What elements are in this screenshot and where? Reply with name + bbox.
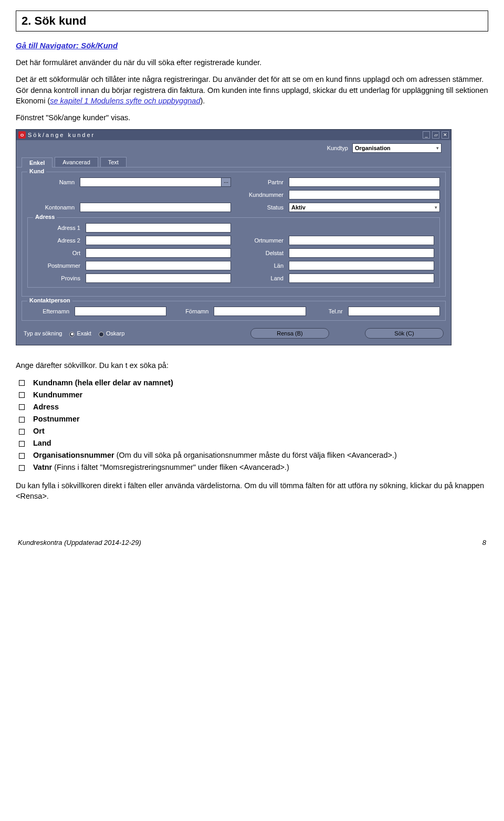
label-ort: Ort <box>33 250 80 256</box>
radio-exakt[interactable]: Exakt <box>69 330 91 336</box>
list-item: Organisationsnummer (Om du vill söka på … <box>35 450 488 461</box>
footer-left: Kundreskontra (Uppdaterad 2014-12-29) <box>18 539 141 546</box>
lov-button-namn[interactable]: ··· <box>222 177 231 187</box>
input-ortnummer[interactable] <box>289 236 434 245</box>
input-fornamn[interactable] <box>214 307 306 316</box>
list-item: Vatnr (Finns i fältet "Momsregistrerings… <box>35 462 488 473</box>
window-titlebar: O Sök/ange kunder _ ▱ ✕ <box>16 130 451 140</box>
tab-text[interactable]: Text <box>100 157 127 167</box>
rensa-button[interactable]: Rensa (B) <box>250 328 329 339</box>
kundtyp-label: Kundtyp <box>327 145 348 151</box>
input-delstat[interactable] <box>289 248 434 258</box>
label-adress2: Adress 2 <box>33 237 80 244</box>
chevron-down-icon: ▾ <box>435 205 437 210</box>
list-item: Adress <box>35 402 488 413</box>
sok-button[interactable]: Sök (C) <box>365 328 444 339</box>
input-adress2[interactable] <box>86 236 231 245</box>
input-ort[interactable] <box>86 248 231 258</box>
search-customer-window: O Sök/ange kunder _ ▱ ✕ Kundtyp Organisa… <box>16 129 452 345</box>
group-kund: Kund Namn ··· Partnr Kundnummer Kontonam… <box>22 172 446 297</box>
label-namn: Namn <box>27 179 75 185</box>
input-kundnummer[interactable] <box>289 190 440 199</box>
label-telnr: Tel.nr <box>311 308 343 314</box>
navigator-link[interactable]: Gå till Navigator: Sök/Kund <box>16 41 118 50</box>
input-kontonamn[interactable] <box>80 203 231 212</box>
label-provins: Provins <box>33 275 80 281</box>
label-lan: Län <box>236 262 284 269</box>
label-adress1: Adress 1 <box>33 225 80 231</box>
input-namn[interactable] <box>80 177 222 187</box>
after-window-paragraph: Ange därefter sökvillkor. Du kan t ex sö… <box>16 360 488 371</box>
tab-enkel[interactable]: Enkel <box>22 157 52 167</box>
close-icon[interactable]: ✕ <box>442 131 449 139</box>
list-item: Land <box>35 438 488 449</box>
label-land: Land <box>236 275 284 281</box>
input-postnummer[interactable] <box>86 261 231 270</box>
label-kontonamn: Kontonamn <box>27 204 75 210</box>
closing-paragraph: Du kan fylla i sökvillkoren direkt i fäl… <box>16 480 488 502</box>
input-provins[interactable] <box>86 273 231 283</box>
minimize-icon[interactable]: _ <box>423 131 430 139</box>
maximize-icon[interactable]: ▱ <box>432 131 439 139</box>
search-bottom-row: Typ av sökning Exakt Oskarp Rensa (B) Sö… <box>22 325 446 340</box>
label-efternamn: Efternamn <box>27 308 69 314</box>
intro-paragraph-2: Det är ett sökformulär och tillåter inte… <box>16 74 488 106</box>
page-footer: Kundreskontra (Uppdaterad 2014-12-29) 8 <box>16 539 488 546</box>
group-adress: Adress Adress 1 Adress 2 Ortnummer Ort D… <box>27 217 440 288</box>
input-telnr[interactable] <box>348 307 440 316</box>
tab-body: Kund Namn ··· Partnr Kundnummer Kontonam… <box>16 167 451 345</box>
input-partnr[interactable] <box>289 177 440 187</box>
list-item: Ort <box>35 426 488 437</box>
input-lan[interactable] <box>289 261 434 270</box>
chapter-link[interactable]: se kapitel 1 Modulens syfte och uppbyggn… <box>50 97 200 105</box>
radio-oskarp[interactable]: Oskarp <box>99 330 124 336</box>
oracle-icon: O <box>18 131 26 139</box>
intro-paragraph-3: Fönstret "Sök/ange kunder" visas. <box>16 112 488 123</box>
label-delstat: Delstat <box>236 250 284 256</box>
footer-page-number: 8 <box>482 539 486 546</box>
window-title: Sök/ange kunder <box>28 132 423 138</box>
label-partnr: Partnr <box>236 179 284 185</box>
input-adress1[interactable] <box>86 223 231 233</box>
kundtyp-select[interactable]: Organisation ▾ <box>352 143 442 153</box>
input-land[interactable] <box>289 273 434 283</box>
label-kundnummer: Kundnummer <box>236 192 284 198</box>
select-status[interactable]: Aktiv ▾ <box>289 203 440 212</box>
list-item: Kundnamn (hela eller delar av namnet) <box>35 377 488 388</box>
section-heading-box: 2. Sök kund <box>16 10 488 31</box>
intro-paragraph-1: Det här formuläret använder du när du vi… <box>16 57 488 68</box>
label-typ-av-sokning: Typ av sökning <box>24 330 62 336</box>
list-item: Postnummer <box>35 414 488 425</box>
group-kontaktperson: Kontaktperson Efternamn Förnamn Tel.nr <box>22 301 446 321</box>
label-postnummer: Postnummer <box>33 262 80 269</box>
chevron-down-icon: ▾ <box>436 145 439 151</box>
tab-avancerad[interactable]: Avancerad <box>55 157 98 167</box>
search-criteria-list: Kundnamn (hela eller delar av namnet) Ku… <box>16 377 488 473</box>
label-fornamn: Förnamn <box>172 308 208 314</box>
list-item: Kundnummer <box>35 390 488 401</box>
label-status: Status <box>236 204 284 210</box>
input-efternamn[interactable] <box>75 307 166 316</box>
label-ortnummer: Ortnummer <box>236 237 284 244</box>
tab-strip: Enkel Avancerad Text <box>16 157 451 167</box>
section-heading: 2. Sök kund <box>22 14 482 28</box>
